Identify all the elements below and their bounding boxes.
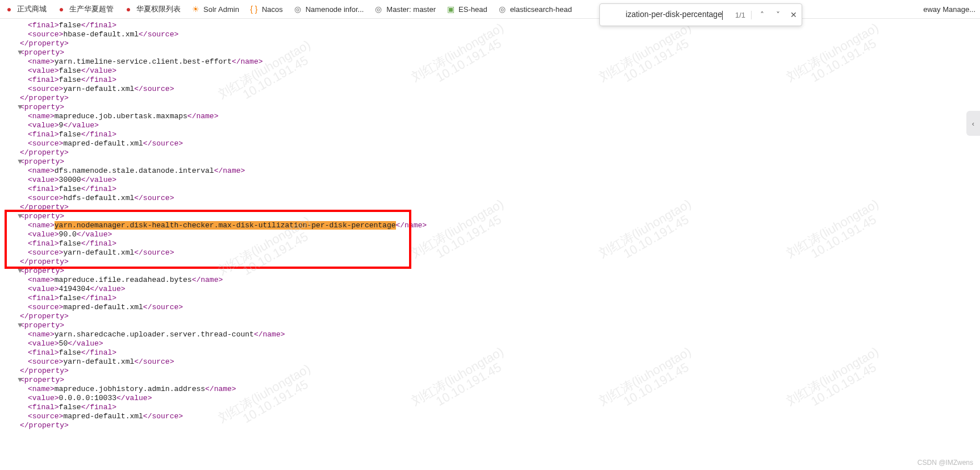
xml-line: <source>mapred-default.xml</source>: [0, 303, 980, 312]
xml-line: <source>yarn-default.xml</source>: [0, 85, 980, 94]
xml-line: <name>dfs.namenode.stale.datanode.interv…: [0, 167, 980, 176]
xml-line: <source>hdfs-default.xml</source>: [0, 194, 980, 203]
find-count: 1/1: [729, 11, 752, 19]
bookmark-item[interactable]: ☀Solr Admin: [191, 5, 239, 14]
find-input[interactable]: ization-per-disk-percentage: [600, 10, 729, 19]
bookmark-label: 生产华夏超管: [69, 4, 114, 14]
xml-line: </property>: [0, 203, 980, 212]
bookmark-label: elasticsearch-head: [510, 5, 572, 14]
bookmark-label: Master: master: [386, 5, 436, 14]
credit-text: CSDN @IMZwens: [918, 459, 973, 467]
find-bar: ization-per-disk-percentage 1/1 ˄ ˅ ✕: [599, 3, 802, 26]
xml-line: <value>0.0.0.0:10033</value>: [0, 394, 980, 403]
toggle-icon[interactable]: ▼: [13, 103, 22, 112]
bookmark-item[interactable]: ●正式商城: [5, 4, 47, 14]
xml-line: <value>30000</value>: [0, 176, 980, 185]
xml-line: ▼<property>: [0, 48, 980, 57]
xml-line: ▼<property>: [0, 376, 980, 385]
xml-line: <source>mapred-default.xml</source>: [0, 412, 980, 421]
xml-line: <final>false</final>: [0, 239, 980, 248]
xml-line: <final>false</final>: [0, 348, 980, 357]
bookmark-icon: { }: [249, 5, 258, 14]
xml-line: ▼<property>: [0, 267, 980, 276]
bookmark-label: Solr Admin: [203, 5, 239, 14]
xml-line: </property>: [0, 312, 980, 321]
xml-line: <name>yarn.sharedcache.uploader.server.t…: [0, 330, 980, 339]
bookmark-item[interactable]: ◎elasticsearch-head: [498, 5, 572, 14]
xml-line: <source>yarn-default.xml</source>: [0, 357, 980, 367]
xml-line: <final>false</final>: [0, 185, 980, 194]
xml-line: <source>yarn-default.xml</source>: [0, 248, 980, 257]
xml-line: <name>yarn.nodemanager.disk-health-check…: [0, 221, 980, 230]
bookmark-item[interactable]: { }Nacos: [249, 5, 283, 14]
xml-tree: <final>false</final><source>hbase-defaul…: [0, 19, 980, 430]
xml-line: </property>: [0, 367, 980, 376]
xml-line: </property>: [0, 421, 980, 430]
toggle-icon[interactable]: ▼: [13, 48, 22, 57]
bookmark-item[interactable]: ◎Master: master: [374, 5, 436, 14]
bookmark-label: Nacos: [262, 5, 283, 14]
bookmark-item[interactable]: ▣ES-head: [446, 5, 487, 14]
find-prev-button[interactable]: ˄: [754, 7, 770, 23]
xml-line: ▼<property>: [0, 212, 980, 221]
bookmark-label: eway Manage...: [923, 5, 975, 14]
bookmark-label: 华夏权限列表: [136, 4, 181, 14]
xml-line: </property>: [0, 148, 980, 157]
xml-line: <final>false</final>: [0, 76, 980, 85]
xml-line: ▼<property>: [0, 157, 980, 167]
bookmark-icon: ●: [5, 5, 14, 14]
xml-line: </property>: [0, 39, 980, 48]
bookmark-icon: ▣: [446, 5, 455, 14]
xml-line: <name>mapreduce.job.ubertask.maxmaps</na…: [0, 112, 980, 121]
bookmark-icon: ●: [57, 5, 66, 14]
xml-line: <final>false</final>: [0, 21, 980, 30]
toggle-icon[interactable]: ▼: [13, 321, 22, 330]
xml-line: <source>hbase-default.xml</source>: [0, 30, 980, 39]
bookmark-label: ES-head: [458, 5, 487, 14]
xml-line: ▼<property>: [0, 103, 980, 112]
bookmark-item[interactable]: ◎Namenode infor...: [293, 5, 364, 14]
bookmark-icon: ◎: [293, 5, 302, 14]
xml-line: <value>90.0</value>: [0, 230, 980, 239]
bookmark-icon: ◎: [374, 5, 383, 14]
bookmark-label: 正式商城: [17, 4, 47, 14]
xml-line: <name>mapreduce.jobhistory.admin.address…: [0, 385, 980, 394]
bookmark-icon: ☀: [191, 5, 200, 14]
bookmark-bar: ●正式商城●生产华夏超管●华夏权限列表☀Solr Admin{ }Nacos◎N…: [0, 0, 980, 19]
xml-line: <value>4194304</value>: [0, 285, 980, 294]
find-close-button[interactable]: ✕: [786, 7, 802, 23]
xml-line: </property>: [0, 94, 980, 103]
xml-line: <final>false</final>: [0, 403, 980, 412]
xml-line: <source>mapred-default.xml</source>: [0, 139, 980, 148]
find-next-button[interactable]: ˅: [770, 7, 786, 23]
toggle-icon[interactable]: ▼: [13, 157, 22, 167]
xml-line: <final>false</final>: [0, 294, 980, 303]
xml-line: ▼<property>: [0, 321, 980, 330]
xml-line: <name>mapreduce.ifile.readahead.bytes</n…: [0, 276, 980, 285]
xml-line: <value>50</value>: [0, 339, 980, 348]
bookmark-label: Namenode infor...: [306, 5, 364, 14]
xml-line: <name>yarn.timeline-service.client.best-…: [0, 57, 980, 66]
bookmark-icon: ◎: [498, 5, 507, 14]
bookmark-item[interactable]: ●华夏权限列表: [124, 4, 181, 14]
xml-line: <value>9</value>: [0, 121, 980, 130]
xml-line: </property>: [0, 257, 980, 267]
toggle-icon[interactable]: ▼: [13, 376, 22, 385]
xml-line: <value>false</value>: [0, 66, 980, 76]
toggle-icon[interactable]: ▼: [13, 212, 22, 221]
toggle-icon[interactable]: ▼: [13, 267, 22, 276]
bookmark-icon: ●: [124, 5, 133, 14]
bookmark-item[interactable]: ●生产华夏超管: [57, 4, 114, 14]
xml-line: <final>false</final>: [0, 130, 980, 139]
